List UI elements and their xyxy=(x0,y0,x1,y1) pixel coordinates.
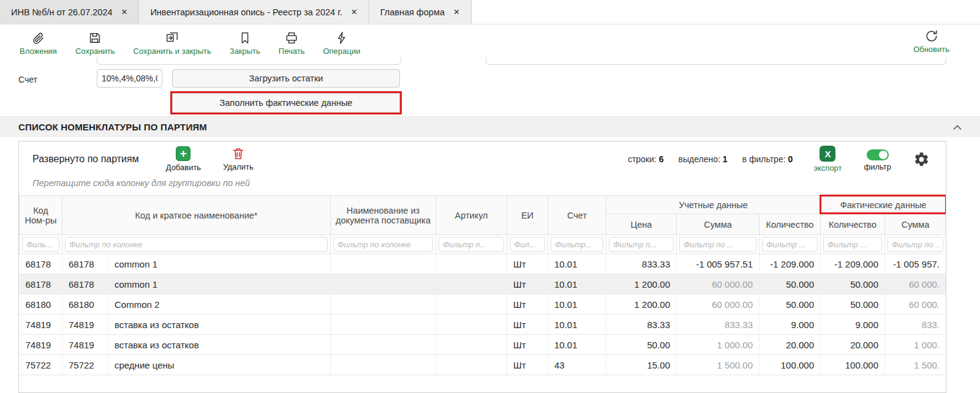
collapse-section-button[interactable] xyxy=(953,122,962,133)
cell-supplier[interactable] xyxy=(331,294,436,315)
cell-fact-amount[interactable]: 1 500. xyxy=(885,355,946,375)
cell-fact-amount[interactable]: 60 000. xyxy=(885,274,946,294)
cell-price[interactable]: 1 200.00 xyxy=(606,294,677,315)
cell-fact-qty[interactable]: 9.000 xyxy=(821,315,885,335)
cell-code[interactable]: 74819 xyxy=(20,315,62,335)
filter-input-account[interactable] xyxy=(551,237,603,252)
cell-amount[interactable]: 1 000.00 xyxy=(677,335,760,355)
col-header-account[interactable]: Счет xyxy=(548,196,606,235)
cell-amount[interactable]: 60 000.00 xyxy=(677,274,760,294)
filter-input-code[interactable] xyxy=(22,237,59,252)
cell-account[interactable]: 10.01 xyxy=(548,335,606,355)
cell-unit[interactable]: Шт xyxy=(507,355,548,375)
filter-input-article[interactable] xyxy=(439,237,504,252)
cell-code2[interactable]: 68178 xyxy=(62,274,108,294)
filter-input-amount[interactable] xyxy=(679,237,756,252)
cell-name[interactable]: common 1 xyxy=(108,274,331,294)
col-header-unit[interactable]: ЕИ xyxy=(507,196,548,235)
col-header-qty[interactable]: Количество xyxy=(760,214,821,235)
cell-supplier[interactable] xyxy=(331,335,436,355)
cell-unit[interactable]: Шт xyxy=(507,294,548,315)
col-header-code[interactable]: Код Ном-ры xyxy=(20,196,62,235)
table-row[interactable]: 68178 68178 common 1 Шт 10.01 833.33 -1 … xyxy=(20,254,946,274)
cell-qty[interactable]: 20.000 xyxy=(760,335,821,355)
save-button[interactable]: Сохранить xyxy=(75,31,115,56)
load-balances-button[interactable]: Загрузить остатки xyxy=(172,69,400,88)
cell-unit[interactable]: Шт xyxy=(507,274,548,294)
table-row[interactable]: 74819 74819 вставка из остатков Шт 10.01… xyxy=(20,335,946,355)
col-header-fact-amount[interactable]: Сумма xyxy=(885,214,946,235)
col-header-amount[interactable]: Сумма xyxy=(677,214,760,235)
cell-name[interactable]: common 1 xyxy=(108,254,331,274)
filter-input-code-name[interactable] xyxy=(65,237,328,252)
cell-qty[interactable]: 50.000 xyxy=(760,274,821,294)
account-input[interactable] xyxy=(97,69,162,88)
cell-unit[interactable]: Шт xyxy=(507,315,548,335)
cell-qty[interactable]: 50.000 xyxy=(760,294,821,315)
attachments-button[interactable]: Вложения xyxy=(20,31,57,56)
tab-register[interactable]: Инвентаризационная опись - Реестр за 202… xyxy=(139,0,369,24)
cell-fact-amount[interactable]: 1 000. xyxy=(885,335,946,355)
cell-supplier[interactable] xyxy=(331,355,436,375)
cell-fact-qty[interactable]: 50.000 xyxy=(821,294,885,315)
cell-qty[interactable]: 9.000 xyxy=(760,315,821,335)
table-row[interactable]: 74819 74819 вставка из остатков Шт 10.01… xyxy=(20,315,946,335)
cell-fact-qty[interactable]: 100.000 xyxy=(821,355,885,375)
cell-price[interactable]: 1 200.00 xyxy=(606,274,677,294)
cell-supplier[interactable] xyxy=(331,254,436,274)
cell-code2[interactable]: 75722 xyxy=(62,355,108,375)
cell-article[interactable] xyxy=(436,274,507,294)
save-and-close-button[interactable]: Сохранить и закрыть xyxy=(134,31,211,56)
cell-article[interactable] xyxy=(436,254,507,274)
filter-input-fact-qty[interactable] xyxy=(823,237,882,252)
cell-price[interactable]: 50.00 xyxy=(606,335,677,355)
operations-button[interactable]: Операции xyxy=(323,31,360,56)
cell-unit[interactable]: Шт xyxy=(507,254,548,274)
cell-article[interactable] xyxy=(436,315,507,335)
filter-input-qty[interactable] xyxy=(762,237,818,252)
cell-name[interactable]: вставка из остатков xyxy=(108,335,331,355)
filter-input-unit[interactable] xyxy=(510,237,545,252)
cell-code[interactable]: 68178 xyxy=(20,254,62,274)
delete-row-button[interactable]: Удалить xyxy=(223,147,254,171)
cell-supplier[interactable] xyxy=(331,315,436,335)
cell-qty[interactable]: 100.000 xyxy=(760,355,821,375)
col-header-article[interactable]: Артикул xyxy=(436,196,507,235)
tab-main-form[interactable]: Главная форма ✕ xyxy=(369,0,472,24)
cell-code[interactable]: 74819 xyxy=(20,335,62,355)
cell-code2[interactable]: 74819 xyxy=(62,335,108,355)
cell-amount[interactable]: 833.33 xyxy=(677,315,760,335)
col-header-supplier-name[interactable]: Наименование из документа поставщика xyxy=(331,196,436,235)
cell-article[interactable] xyxy=(436,335,507,355)
cell-account[interactable]: 10.01 xyxy=(548,254,606,274)
cell-amount[interactable]: 1 500.00 xyxy=(677,355,760,375)
cell-account[interactable]: 43 xyxy=(548,355,606,375)
cell-fact-amount[interactable]: 833. xyxy=(885,315,946,335)
cell-name[interactable]: средние цены xyxy=(108,355,331,375)
cell-account[interactable]: 10.01 xyxy=(548,274,606,294)
cell-code2[interactable]: 68178 xyxy=(62,254,108,274)
close-icon[interactable]: ✕ xyxy=(453,7,460,17)
filter-input-fact-amount[interactable] xyxy=(888,237,943,252)
cell-code[interactable]: 75722 xyxy=(20,355,62,375)
col-header-code-name[interactable]: Код и краткое наименование* xyxy=(62,196,331,235)
cell-amount[interactable]: 60 000.00 xyxy=(677,294,760,315)
table-row[interactable]: 68178 68178 common 1 Шт 10.01 1 200.00 6… xyxy=(20,274,946,294)
cell-name[interactable]: вставка из остатков xyxy=(108,315,331,335)
cell-account[interactable]: 10.01 xyxy=(548,315,606,335)
cell-unit[interactable]: Шт xyxy=(507,335,548,355)
cell-code[interactable]: 68180 xyxy=(20,294,62,315)
grid-settings-button[interactable] xyxy=(913,151,930,168)
cell-code2[interactable]: 68180 xyxy=(62,294,108,315)
cell-price[interactable]: 83.33 xyxy=(606,315,677,335)
col-header-price[interactable]: Цена xyxy=(606,214,677,235)
cell-article[interactable] xyxy=(436,355,507,375)
cell-price[interactable]: 833.33 xyxy=(606,254,677,274)
cell-fact-qty[interactable]: 20.000 xyxy=(821,335,885,355)
filter-input-supplier[interactable] xyxy=(333,237,433,252)
cell-fact-qty[interactable]: 50.000 xyxy=(821,274,885,294)
cell-amount[interactable]: -1 005 957.51 xyxy=(677,254,760,274)
cell-price[interactable]: 15.00 xyxy=(606,355,677,375)
cell-code[interactable]: 68178 xyxy=(20,274,62,294)
cell-code2[interactable]: 74819 xyxy=(62,315,108,335)
